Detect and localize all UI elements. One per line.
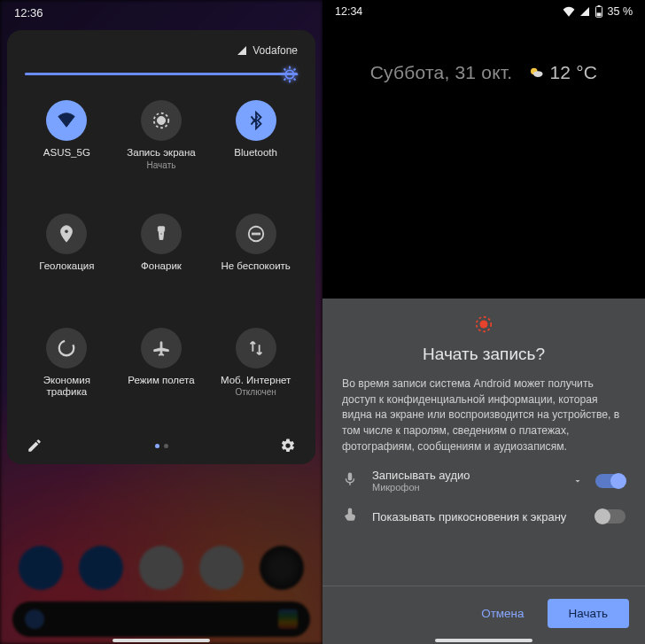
svg-point-12 xyxy=(533,71,543,77)
phone-left: 12:36 Vodafone ASUS_5GЗапись экранаНачат… xyxy=(0,0,322,644)
brightness-fill xyxy=(25,73,298,75)
svg-point-13 xyxy=(479,320,487,328)
svg-rect-10 xyxy=(597,5,600,6)
tile-label: Режим полета xyxy=(128,375,194,387)
svg-point-7 xyxy=(59,340,74,355)
svg-rect-6 xyxy=(252,233,260,235)
nav-handle[interactable] xyxy=(435,639,532,642)
tile-label: ASUS_5G xyxy=(43,147,90,159)
qs-tile-bluetooth[interactable]: Bluetooth xyxy=(208,95,303,205)
bluetooth-icon xyxy=(236,100,276,141)
record-icon xyxy=(141,100,182,141)
tile-label: Моб. Интернет xyxy=(221,375,291,387)
location-icon xyxy=(46,213,87,254)
glance-widget[interactable]: Суббота, 31 окт. 12 °C xyxy=(322,62,645,85)
mic-icon xyxy=(342,471,358,487)
svg-point-1 xyxy=(157,116,165,124)
page-indicator xyxy=(155,444,168,448)
touch-icon xyxy=(342,507,358,523)
status-bar: 12:36 xyxy=(0,0,322,25)
dnd-icon xyxy=(236,213,276,254)
sheet-title: Начать запись? xyxy=(342,345,626,364)
nav-handle[interactable] xyxy=(113,639,210,642)
chevron-down-icon[interactable] xyxy=(572,476,583,486)
qs-tile-airplane[interactable]: Режим полета xyxy=(114,322,209,432)
page-dot-1 xyxy=(155,444,159,448)
qs-tile-record[interactable]: Запись экранаНачать xyxy=(114,95,209,205)
tile-label: Запись экрана xyxy=(127,147,195,159)
status-time: 12:36 xyxy=(14,6,43,19)
touches-switch[interactable] xyxy=(595,509,626,524)
quick-settings-panel: Vodafone ASUS_5GЗапись экранаНачатьBluet… xyxy=(7,30,315,464)
airplane-icon xyxy=(141,328,182,369)
settings-gear-icon[interactable] xyxy=(280,438,296,454)
status-icons: 35 % xyxy=(563,5,633,18)
qs-tile-wifi[interactable]: ASUS_5G xyxy=(19,95,114,205)
mobiledata-icon xyxy=(236,328,276,369)
page-dot-2 xyxy=(164,444,168,448)
cancel-button[interactable]: Отмена xyxy=(472,600,532,627)
brightness-icon xyxy=(280,65,299,84)
battery-text: 35 % xyxy=(608,5,633,18)
qs-tile-datasaver[interactable]: Экономиятрафика xyxy=(19,322,114,432)
sheet-actions: Отмена Начать xyxy=(322,586,645,644)
svg-rect-9 xyxy=(596,12,601,16)
datasaver-icon xyxy=(46,328,87,369)
record-icon xyxy=(474,314,493,334)
start-button[interactable]: Начать xyxy=(548,599,629,628)
weather-icon xyxy=(528,64,544,85)
audio-label: Записывать аудио xyxy=(372,469,560,482)
carrier-label: Vodafone xyxy=(253,44,298,57)
qs-tile-dnd[interactable]: Не беспокоить xyxy=(208,208,303,318)
signal-icon xyxy=(579,6,590,17)
tile-sublabel: Начать xyxy=(147,160,176,170)
tile-grid: ASUS_5GЗапись экранаНачатьBluetoothГеоло… xyxy=(18,95,305,432)
status-time: 12:34 xyxy=(335,5,362,18)
brightness-slider[interactable] xyxy=(25,73,298,75)
audio-sub: Микрофон xyxy=(372,482,560,493)
tile-sublabel: Отключен xyxy=(236,387,276,397)
tile-label: Экономиятрафика xyxy=(43,375,90,400)
sheet-body-text: Во время записи система Android может по… xyxy=(342,376,626,454)
tile-label: Геолокация xyxy=(39,260,94,273)
edit-icon[interactable] xyxy=(27,438,43,454)
svg-rect-3 xyxy=(158,227,164,232)
status-bar: 12:34 35 % xyxy=(322,0,645,23)
touches-label: Показывать прикосновения к экрану xyxy=(372,510,583,524)
wifi-icon xyxy=(563,6,575,17)
show-touches-row[interactable]: Показывать прикосновения к экрану xyxy=(342,507,626,526)
brightness-thumb[interactable] xyxy=(280,65,299,84)
signal-icon xyxy=(237,45,247,56)
audio-switch[interactable] xyxy=(595,474,626,488)
tile-label: Не беспокоить xyxy=(221,260,290,273)
battery-icon xyxy=(594,5,603,18)
qs-tile-mobiledata[interactable]: Моб. ИнтернетОтключен xyxy=(208,322,303,432)
screen-record-sheet: Начать запись? Во время записи система A… xyxy=(322,299,645,644)
phone-right: 12:34 35 % Суббота, 31 окт. 12 °C xyxy=(322,0,645,644)
tile-label: Bluetooth xyxy=(234,147,277,159)
tile-label: Фонарик xyxy=(141,260,182,273)
qs-footer xyxy=(18,432,305,455)
record-audio-row[interactable]: Записывать аудио Микрофон xyxy=(342,469,626,493)
flash-icon xyxy=(141,213,182,254)
carrier-row: Vodafone xyxy=(18,43,305,66)
wifi-icon xyxy=(46,100,87,141)
qs-tile-flash[interactable]: Фонарик xyxy=(114,208,209,318)
qs-tile-location[interactable]: Геолокация xyxy=(19,208,114,318)
svg-point-0 xyxy=(285,70,293,78)
glance-date: Суббота, 31 окт. xyxy=(370,62,513,82)
glance-temp: 12 °C xyxy=(549,62,597,82)
svg-point-4 xyxy=(160,233,162,235)
